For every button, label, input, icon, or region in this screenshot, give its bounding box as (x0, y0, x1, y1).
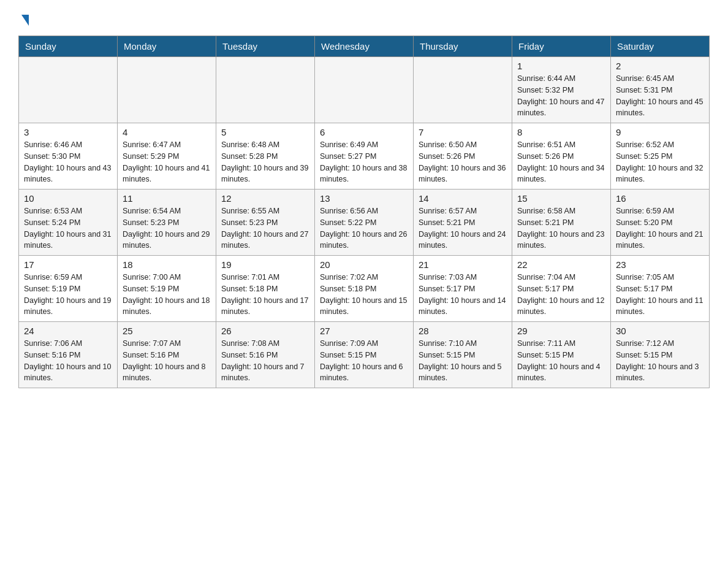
day-info: Sunrise: 7:02 AMSunset: 5:18 PMDaylight:… (320, 272, 408, 318)
day-info: Sunrise: 7:08 AMSunset: 5:16 PMDaylight:… (221, 338, 309, 384)
day-number: 12 (221, 193, 309, 204)
calendar-cell (118, 57, 216, 123)
calendar-week-row: 17Sunrise: 6:59 AMSunset: 5:19 PMDayligh… (19, 256, 710, 322)
day-info: Sunrise: 7:01 AMSunset: 5:18 PMDaylight:… (221, 272, 309, 318)
calendar-cell: 24Sunrise: 7:06 AMSunset: 5:16 PMDayligh… (19, 322, 118, 388)
day-number: 30 (616, 326, 704, 336)
calendar-cell: 18Sunrise: 7:00 AMSunset: 5:19 PMDayligh… (118, 256, 216, 322)
calendar-week-row: 24Sunrise: 7:06 AMSunset: 5:16 PMDayligh… (19, 322, 710, 388)
day-number: 8 (517, 127, 605, 137)
day-number: 9 (616, 127, 704, 137)
col-header-saturday: Saturday (611, 36, 710, 57)
day-number: 15 (517, 193, 605, 204)
calendar-cell: 4Sunrise: 6:47 AMSunset: 5:29 PMDaylight… (118, 123, 216, 190)
day-number: 22 (517, 259, 605, 270)
calendar-cell: 5Sunrise: 6:48 AMSunset: 5:28 PMDaylight… (216, 123, 315, 190)
calendar-cell: 8Sunrise: 6:51 AMSunset: 5:26 PMDaylight… (512, 123, 611, 190)
calendar-cell: 20Sunrise: 7:02 AMSunset: 5:18 PMDayligh… (315, 256, 414, 322)
calendar-cell: 23Sunrise: 7:05 AMSunset: 5:17 PMDayligh… (611, 256, 710, 322)
day-info: Sunrise: 6:59 AMSunset: 5:19 PMDaylight:… (24, 272, 112, 318)
calendar-cell: 19Sunrise: 7:01 AMSunset: 5:18 PMDayligh… (216, 256, 315, 322)
calendar-cell: 21Sunrise: 7:03 AMSunset: 5:17 PMDayligh… (414, 256, 512, 322)
day-info: Sunrise: 6:55 AMSunset: 5:23 PMDaylight:… (221, 205, 309, 251)
day-number: 7 (419, 127, 507, 137)
day-number: 6 (320, 127, 408, 137)
calendar-cell: 10Sunrise: 6:53 AMSunset: 5:24 PMDayligh… (19, 190, 118, 256)
day-number: 25 (123, 326, 211, 336)
logo-arrow-icon (21, 15, 29, 26)
col-header-thursday: Thursday (414, 36, 512, 57)
day-number: 19 (221, 259, 309, 270)
calendar-cell: 29Sunrise: 7:11 AMSunset: 5:15 PMDayligh… (512, 322, 611, 388)
day-info: Sunrise: 6:51 AMSunset: 5:26 PMDaylight:… (517, 139, 605, 185)
day-number: 13 (320, 193, 408, 204)
col-header-tuesday: Tuesday (216, 36, 315, 57)
day-info: Sunrise: 6:46 AMSunset: 5:30 PMDaylight:… (24, 139, 112, 185)
day-number: 17 (24, 259, 112, 270)
day-number: 2 (616, 61, 704, 71)
day-number: 23 (616, 259, 704, 270)
calendar-cell: 30Sunrise: 7:12 AMSunset: 5:15 PMDayligh… (611, 322, 710, 388)
day-number: 27 (320, 326, 408, 336)
day-info: Sunrise: 7:06 AMSunset: 5:16 PMDaylight:… (24, 338, 112, 384)
day-info: Sunrise: 6:56 AMSunset: 5:22 PMDaylight:… (320, 205, 408, 251)
calendar-cell (315, 57, 414, 123)
day-number: 26 (221, 326, 309, 336)
calendar-cell: 22Sunrise: 7:04 AMSunset: 5:17 PMDayligh… (512, 256, 611, 322)
day-info: Sunrise: 6:48 AMSunset: 5:28 PMDaylight:… (221, 139, 309, 185)
day-info: Sunrise: 7:05 AMSunset: 5:17 PMDaylight:… (616, 272, 704, 318)
calendar-cell: 26Sunrise: 7:08 AMSunset: 5:16 PMDayligh… (216, 322, 315, 388)
day-number: 3 (24, 127, 112, 137)
day-number: 24 (24, 326, 112, 336)
calendar-cell: 15Sunrise: 6:58 AMSunset: 5:21 PMDayligh… (512, 190, 611, 256)
day-number: 28 (419, 326, 507, 336)
calendar-cell: 12Sunrise: 6:55 AMSunset: 5:23 PMDayligh… (216, 190, 315, 256)
day-info: Sunrise: 7:04 AMSunset: 5:17 PMDaylight:… (517, 272, 605, 318)
day-info: Sunrise: 6:47 AMSunset: 5:29 PMDaylight:… (123, 139, 211, 185)
calendar-cell (216, 57, 315, 123)
day-number: 4 (123, 127, 211, 137)
col-header-friday: Friday (512, 36, 611, 57)
day-number: 18 (123, 259, 211, 270)
day-info: Sunrise: 6:58 AMSunset: 5:21 PMDaylight:… (517, 205, 605, 251)
day-info: Sunrise: 7:03 AMSunset: 5:17 PMDaylight:… (419, 272, 507, 318)
calendar-cell: 1Sunrise: 6:44 AMSunset: 5:32 PMDaylight… (512, 57, 611, 123)
day-info: Sunrise: 6:54 AMSunset: 5:23 PMDaylight:… (123, 205, 211, 251)
calendar-cell: 27Sunrise: 7:09 AMSunset: 5:15 PMDayligh… (315, 322, 414, 388)
calendar-cell: 16Sunrise: 6:59 AMSunset: 5:20 PMDayligh… (611, 190, 710, 256)
day-info: Sunrise: 6:49 AMSunset: 5:27 PMDaylight:… (320, 139, 408, 185)
calendar-week-row: 3Sunrise: 6:46 AMSunset: 5:30 PMDaylight… (19, 123, 710, 190)
day-number: 16 (616, 193, 704, 204)
day-info: Sunrise: 6:57 AMSunset: 5:21 PMDaylight:… (419, 205, 507, 251)
day-info: Sunrise: 7:09 AMSunset: 5:15 PMDaylight:… (320, 338, 408, 384)
day-number: 11 (123, 193, 211, 204)
day-number: 14 (419, 193, 507, 204)
col-header-sunday: Sunday (19, 36, 118, 57)
day-number: 10 (24, 193, 112, 204)
calendar-cell: 3Sunrise: 6:46 AMSunset: 5:30 PMDaylight… (19, 123, 118, 190)
calendar-cell: 6Sunrise: 6:49 AMSunset: 5:27 PMDaylight… (315, 123, 414, 190)
day-info: Sunrise: 6:44 AMSunset: 5:32 PMDaylight:… (517, 73, 605, 119)
calendar-cell: 9Sunrise: 6:52 AMSunset: 5:25 PMDaylight… (611, 123, 710, 190)
calendar-cell: 2Sunrise: 6:45 AMSunset: 5:31 PMDaylight… (611, 57, 710, 123)
day-info: Sunrise: 7:12 AMSunset: 5:15 PMDaylight:… (616, 338, 704, 384)
calendar-cell (19, 57, 118, 123)
calendar-week-row: 10Sunrise: 6:53 AMSunset: 5:24 PMDayligh… (19, 190, 710, 256)
day-info: Sunrise: 7:07 AMSunset: 5:16 PMDaylight:… (123, 338, 211, 384)
day-number: 20 (320, 259, 408, 270)
day-number: 1 (517, 61, 605, 71)
page-header (18, 12, 710, 26)
calendar-table: SundayMondayTuesdayWednesdayThursdayFrid… (18, 36, 710, 388)
day-number: 21 (419, 259, 507, 270)
calendar-week-row: 1Sunrise: 6:44 AMSunset: 5:32 PMDaylight… (19, 57, 710, 123)
day-number: 29 (517, 326, 605, 336)
day-info: Sunrise: 6:50 AMSunset: 5:26 PMDaylight:… (419, 139, 507, 185)
day-info: Sunrise: 6:59 AMSunset: 5:20 PMDaylight:… (616, 205, 704, 251)
day-info: Sunrise: 7:11 AMSunset: 5:15 PMDaylight:… (517, 338, 605, 384)
logo (18, 12, 29, 26)
calendar-cell: 28Sunrise: 7:10 AMSunset: 5:15 PMDayligh… (414, 322, 512, 388)
calendar-cell: 11Sunrise: 6:54 AMSunset: 5:23 PMDayligh… (118, 190, 216, 256)
col-header-wednesday: Wednesday (315, 36, 414, 57)
calendar-cell: 13Sunrise: 6:56 AMSunset: 5:22 PMDayligh… (315, 190, 414, 256)
calendar-cell: 7Sunrise: 6:50 AMSunset: 5:26 PMDaylight… (414, 123, 512, 190)
